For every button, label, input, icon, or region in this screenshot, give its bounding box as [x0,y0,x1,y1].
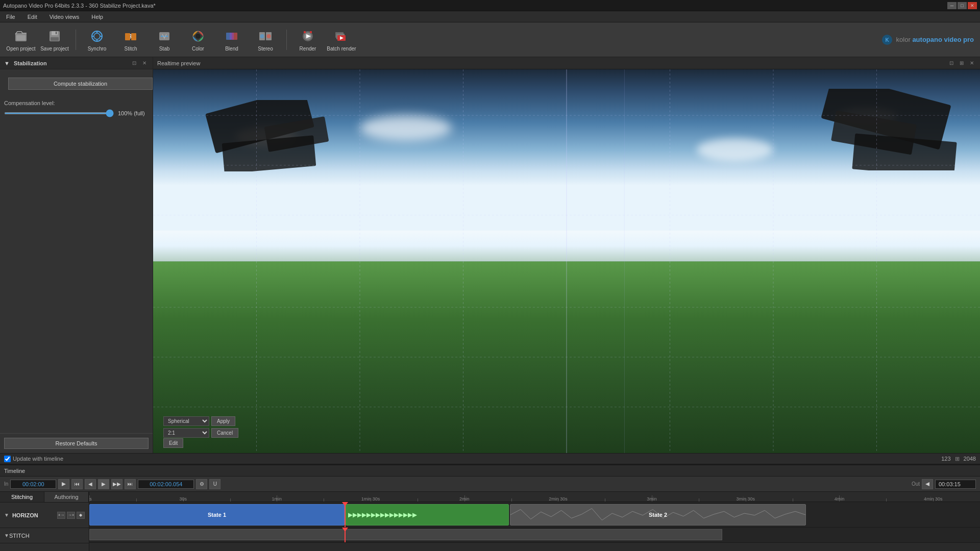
batch-render-button[interactable]: Batch render [327,25,356,55]
restore-defaults-button[interactable]: Restore Defaults [4,438,149,449]
wave-arrow-12: ▶ [399,512,403,518]
preview-expand-button[interactable]: ⊞ [958,59,966,67]
svg-point-22 [260,34,264,38]
wave-arrow-5: ▶ [366,512,371,518]
render-label: Render [300,46,316,52]
main-layout: ▼ Stabilization ⊡ ✕ Compute stabilizatio… [0,57,980,453]
svg-text:K: K [885,37,889,43]
close-button[interactable]: ✕ [968,2,977,9]
svg-point-7 [94,33,100,39]
horizon-keyframe-button[interactable]: ◆ [77,512,85,519]
out-label: Out [912,481,920,487]
panel-close-button[interactable]: ✕ [140,59,149,67]
horizon-expand-icon[interactable]: ▼ [4,512,9,518]
preview-header: Realtime preview ⊡ ⊞ ✕ [153,57,980,69]
title-bar: Autopano Video Pro 64bits 2.3.3 - 360 St… [0,0,980,11]
wave-arrow-1: ▶ [348,512,352,518]
compute-stabilization-button[interactable]: Compute stabilization [8,78,153,90]
compensation-slider-row: 100% (full) [0,108,153,118]
compensation-slider[interactable] [4,112,114,114]
timeline-tabs: Stitching Authoring [0,492,89,503]
projection-select[interactable]: Spherical Cylindrical Flat [163,416,209,426]
panel-header-icons: ⊡ ✕ [130,59,149,67]
play-forward-button[interactable]: ▶▶ [111,479,122,489]
ground-layer [153,261,980,453]
save-project-button[interactable]: Save project [40,25,69,55]
synchro-button[interactable]: Synchro [82,25,112,55]
stitch-expand-icon[interactable]: ▼ [4,533,9,538]
horizon-edit-button[interactable]: →+ [67,512,75,519]
blend-button[interactable]: Blend [217,25,247,55]
cancel-button[interactable]: Cancel [211,428,238,438]
horizon-add-button[interactable]: +→ [57,512,65,519]
toolbar-separator-2 [286,30,287,50]
clip-motion[interactable]: ▶ ▶ ▶ ▶ ▶ ▶ ▶ ▶ ▶ ▶ ▶ ▶ ▶ [346,504,509,525]
color-button[interactable]: Color [183,25,213,55]
grid-icon: ⊞ [955,456,960,462]
timeline-section: Timeline In 00:02:00 ⏮ ◀ ▶ ▶▶ ⏭ 00:02:00… [0,464,980,551]
stitch-button[interactable]: Stitch [116,25,145,55]
wave-arrow-15: ▶ [412,512,416,518]
brand-logo: K kolor autopano video pro [881,34,974,46]
out-time-display: 00:03:15 [935,480,976,489]
preview-header-icons: ⊡ ⊞ ✕ [947,59,976,67]
save-project-label: Save project [40,46,69,52]
stereo-icon [257,28,274,44]
clip-state-2[interactable]: State 2 [510,504,806,525]
go-end-button[interactable]: ⏭ [125,479,136,489]
batch-render-icon [333,28,350,44]
open-project-icon [13,28,29,44]
open-project-button[interactable]: Open project [6,25,36,55]
clip-state-2-label: State 2 [649,512,667,518]
stab-icon [156,28,173,44]
panel-expand-icon[interactable]: ▼ [4,60,10,66]
stereo-button[interactable]: Stereo [251,25,280,55]
menu-file[interactable]: File [4,13,17,21]
set-in-button[interactable] [58,479,69,489]
stitch-clip[interactable] [89,529,722,540]
svg-rect-5 [56,32,57,34]
wave-arrow-4: ▶ [362,512,366,518]
stereo-label: Stereo [258,46,273,52]
tab-stitching[interactable]: Stitching [0,492,44,502]
stitch-label: Stitch [124,46,137,52]
maximize-button[interactable]: □ [958,2,967,9]
ratio-select[interactable]: 2:1 16:9 4:3 [163,428,209,438]
mark-button[interactable]: U [209,479,220,489]
horizon-track-row: State 1 ▶ ▶ ▶ ▶ ▶ ▶ ▶ ▶ ▶ [89,502,980,528]
timeline-title: Timeline [4,468,25,474]
preview-canvas: Spherical Cylindrical Flat Apply 2:1 16:… [153,69,980,453]
preview-controls: Spherical Cylindrical Flat Apply 2:1 16:… [163,416,238,438]
kolor-logo-icon: K [881,34,893,46]
stitch-icon [122,28,139,44]
save-project-icon [46,28,63,44]
stab-button[interactable]: Stab [150,25,179,55]
update-timeline-checkbox[interactable] [4,456,11,462]
menu-edit[interactable]: Edit [26,13,39,21]
svg-rect-1 [16,35,26,40]
menu-help[interactable]: Help [89,13,105,21]
edit-button[interactable]: Edit [163,438,183,448]
menu-bar: File Edit Video views Help [0,11,980,22]
panel-popout-button[interactable]: ⊡ [130,59,138,67]
apply-button[interactable]: Apply [211,416,235,426]
menu-video-views[interactable]: Video views [47,13,82,21]
tab-authoring[interactable]: Authoring [44,492,89,502]
blend-icon [224,28,240,44]
preview-close-button[interactable]: ✕ [968,59,976,67]
preview-external-button[interactable]: ⊡ [947,59,955,67]
play-back-button[interactable]: ◀ [85,479,96,489]
minimize-button[interactable]: ─ [947,2,957,9]
restore-defaults-section: Restore Defaults [0,433,153,453]
go-start-button[interactable]: ⏮ [71,479,83,489]
motion-waveform: ▶ ▶ ▶ ▶ ▶ ▶ ▶ ▶ ▶ ▶ ▶ ▶ ▶ [346,510,508,520]
play-button[interactable]: ▶ [98,479,109,489]
timeline-tracks: 0s30s1min1min 30s2min2min 30s3min3min 30… [89,492,980,551]
set-out-button[interactable] [922,479,933,489]
render-button[interactable]: Render [293,25,323,55]
window-controls: ─ □ ✕ [947,2,977,9]
time-options-button[interactable]: ⚙ [196,479,207,489]
clip-state-1[interactable]: State 1 [89,504,345,525]
preview-title: Realtime preview [157,60,200,66]
current-time-display[interactable]: 00:02:00.054 [138,480,194,489]
